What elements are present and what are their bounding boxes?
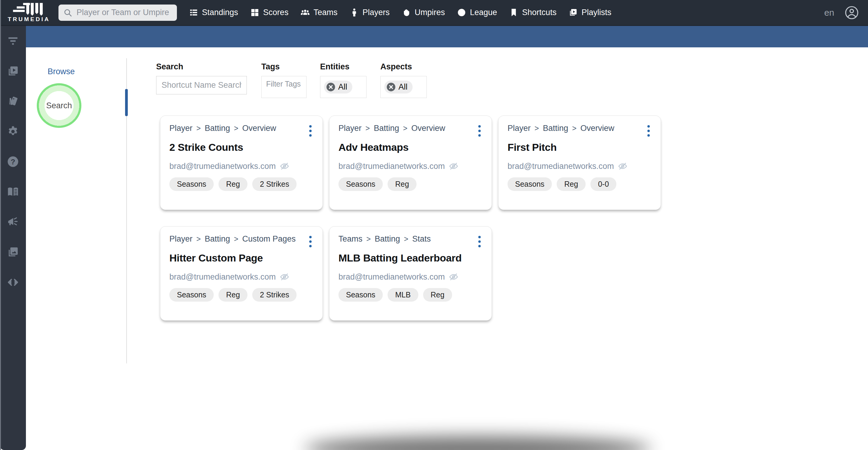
language-selector[interactable]: en <box>824 7 834 18</box>
card-owner-email: brad@trumedianetworks.com <box>338 162 445 171</box>
card-owner-email: brad@trumedianetworks.com <box>338 272 445 282</box>
card-title[interactable]: MLB Batting Leaderboard <box>338 252 483 264</box>
breadcrumb-item[interactable]: Player <box>338 124 362 133</box>
sidebar-item-search[interactable]: Search <box>46 101 72 110</box>
announcements-megaphone-icon[interactable] <box>0 207 26 237</box>
account-button[interactable] <box>844 5 859 20</box>
kebab-menu-button[interactable] <box>476 124 483 137</box>
tag-pill: Reg <box>557 177 586 191</box>
aspects-all-pill[interactable]: All <box>384 81 412 93</box>
shortcut-card[interactable]: Player Batting Custom Pages Hitter Custo… <box>160 226 323 321</box>
remove-x-circle-icon[interactable] <box>326 82 336 92</box>
nav-scores[interactable]: Scores <box>250 8 288 17</box>
aspects-filter-box[interactable]: All <box>380 76 427 98</box>
aspects-all-value: All <box>398 82 407 92</box>
shortcut-cards-grid: Player Batting Overview 2 Strike Counts … <box>160 116 661 321</box>
breadcrumb: Player Batting Overview <box>507 124 614 133</box>
help-icon[interactable]: ? <box>0 147 26 177</box>
tag-pill: 0-0 <box>590 177 616 191</box>
breadcrumb-item[interactable]: Teams <box>338 234 363 244</box>
entities-filter-box[interactable]: All <box>320 76 367 98</box>
baseball-icon <box>457 8 466 17</box>
breadcrumb: Player Batting Overview <box>169 124 276 133</box>
global-search-box[interactable] <box>59 4 177 21</box>
scores-grid-icon <box>250 8 259 17</box>
filter-icon[interactable] <box>0 26 26 56</box>
kebab-menu-button[interactable] <box>476 234 483 247</box>
breadcrumb-item[interactable]: Batting <box>193 234 230 244</box>
page-header-bar <box>26 26 868 47</box>
nav-league[interactable]: League <box>457 8 497 17</box>
tag-pill: Reg <box>423 288 452 302</box>
nav-standings[interactable]: Standings <box>189 8 238 17</box>
svg-text:?: ? <box>11 158 16 166</box>
breadcrumb-item[interactable]: Custom Pages <box>230 234 296 244</box>
breadcrumb-item[interactable]: Overview <box>568 124 614 133</box>
nav-label: Players <box>363 8 390 17</box>
brand-text: TRUMEDIA <box>8 16 50 23</box>
tag-pill: Seasons <box>507 177 552 191</box>
breadcrumb-item[interactable]: Batting <box>531 124 568 133</box>
kebab-menu-button[interactable] <box>307 234 313 247</box>
bookmark-icon <box>509 8 518 17</box>
settings-gear-icon[interactable] <box>0 116 26 147</box>
breadcrumb-item[interactable]: Batting <box>362 124 399 133</box>
breadcrumb-item[interactable]: Stats <box>400 234 431 244</box>
shortcut-search-box[interactable] <box>156 76 247 94</box>
tag-pill: MLB <box>388 288 418 302</box>
shortcut-card[interactable]: Player Batting Overview First Pitch brad… <box>498 116 661 210</box>
panel-scrollbar-thumb[interactable] <box>125 89 128 116</box>
tag-pill: Seasons <box>169 288 214 302</box>
aspects-filter-label: Aspects <box>380 62 412 71</box>
shortcut-card[interactable]: Player Batting Overview Adv Heatmaps bra… <box>329 116 492 210</box>
tag-row: Seasons Reg 0-0 <box>507 177 652 191</box>
kebab-menu-button[interactable] <box>307 124 313 137</box>
media-gallery-icon[interactable] <box>0 237 26 267</box>
nav-shortcuts[interactable]: Shortcuts <box>509 8 556 17</box>
shortcut-card[interactable]: Player Batting Overview 2 Strike Counts … <box>160 116 323 210</box>
breadcrumb-item[interactable]: Player <box>507 124 531 133</box>
tags-filter-box[interactable] <box>261 76 307 98</box>
breadcrumb: Teams Batting Stats <box>338 234 431 244</box>
nav-teams[interactable]: Teams <box>301 8 338 17</box>
entities-filter-label: Entities <box>320 62 350 71</box>
nav-label: Shortcuts <box>522 8 556 17</box>
breadcrumb-item[interactable]: Batting <box>193 124 230 133</box>
breadcrumb-item[interactable]: Overview <box>399 124 445 133</box>
tag-pill: Reg <box>388 177 416 191</box>
breadcrumb-item[interactable]: Player <box>169 234 193 244</box>
card-title[interactable]: Hitter Custom Page <box>169 252 313 264</box>
card-title[interactable]: Adv Heatmaps <box>338 142 483 153</box>
breadcrumb-item[interactable]: Player <box>169 124 193 133</box>
tags-filter-input[interactable] <box>266 79 304 89</box>
card-title[interactable]: 2 Strike Counts <box>169 142 313 153</box>
nav-label: Playlists <box>581 8 611 17</box>
shortcut-search-input[interactable] <box>161 80 242 90</box>
entities-all-pill[interactable]: All <box>324 81 352 93</box>
remove-x-circle-icon[interactable] <box>386 82 396 92</box>
kebab-menu-button[interactable] <box>646 124 652 137</box>
card-owner-email: brad@trumedianetworks.com <box>169 272 276 282</box>
nav-players[interactable]: Players <box>350 8 390 17</box>
sidebar-item-browse[interactable]: Browse <box>48 67 75 76</box>
card-title[interactable]: First Pitch <box>507 142 652 153</box>
tags-filter-label: Tags <box>261 62 280 71</box>
swatches-icon[interactable] <box>0 86 26 116</box>
glossary-book-icon[interactable] <box>0 177 26 207</box>
search-icon <box>63 8 72 17</box>
nav-umpires[interactable]: Umpires <box>402 8 445 17</box>
global-search-input[interactable] <box>76 7 172 18</box>
embed-code-icon[interactable] <box>0 267 26 297</box>
hidden-eye-icon <box>279 272 290 282</box>
nav-label: Umpires <box>415 8 445 17</box>
search-filter-label: Search <box>156 62 183 71</box>
owner-row: brad@trumedianetworks.com <box>169 161 313 171</box>
breadcrumb-item[interactable]: Batting <box>363 234 400 244</box>
tag-row: Seasons Reg 2 Strikes <box>169 288 313 302</box>
trumedia-logo[interactable]: TRUMEDIA <box>0 0 58 25</box>
nav-playlists[interactable]: Playlists <box>568 8 611 17</box>
nav-label: Standings <box>202 8 238 17</box>
breadcrumb-item[interactable]: Overview <box>230 124 276 133</box>
shortcut-card[interactable]: Teams Batting Stats MLB Batting Leaderbo… <box>329 226 492 321</box>
video-playlists-icon[interactable] <box>0 56 26 86</box>
